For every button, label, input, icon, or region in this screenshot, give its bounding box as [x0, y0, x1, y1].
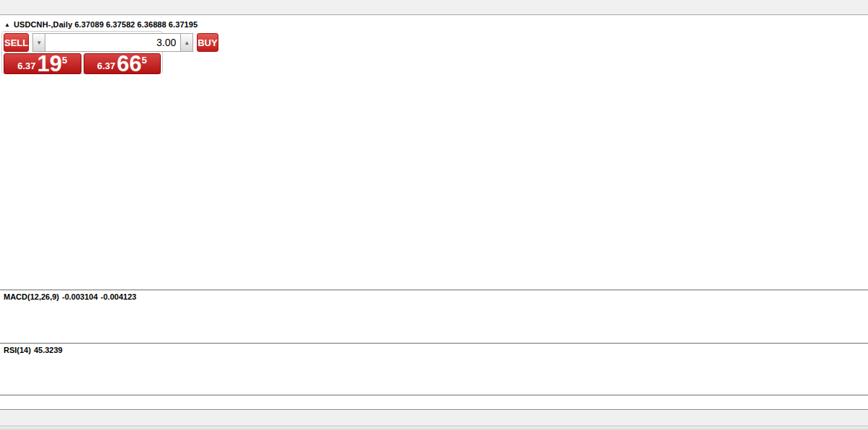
buy-price-prefix: 6.37	[97, 61, 115, 73]
spin-down-icon: ▼	[36, 40, 42, 46]
volume-increase-button[interactable]: ▲	[180, 33, 193, 52]
spin-up-icon: ▲	[184, 40, 190, 46]
chart-symbol-label: USDCNH-,Daily	[14, 20, 72, 29]
ohlc-high: 6.37582	[106, 20, 135, 29]
chart-tab-bar	[0, 409, 868, 426]
timeframe-toolbar	[0, 0, 868, 15]
ohlc-open: 6.37089	[74, 20, 103, 29]
collapse-panel-icon[interactable]: ▲	[4, 22, 10, 28]
macd-pane: MACD(12,26,9)-0.003104-0.004123	[0, 290, 868, 344]
buy-price-box[interactable]: 6.37 66 5	[84, 53, 161, 74]
buy-price-big: 66	[117, 55, 141, 73]
rsi-pane: RSI(14)45.3239	[0, 344, 868, 395]
volume-input[interactable]	[45, 33, 180, 52]
rsi-value: 45.3239	[34, 346, 63, 354]
sell-price-prefix: 6.37	[17, 61, 35, 73]
buy-button[interactable]: BUY	[197, 33, 218, 52]
chart-ohlc-title: ▲USDCNH-,Daily6.370896.375826.368886.371…	[4, 20, 200, 29]
macd-main-value: -0.003104	[62, 292, 98, 301]
ohlc-close: 6.37195	[169, 20, 198, 29]
sell-price-big: 19	[37, 55, 62, 73]
one-click-trading-panel: SELL ▼ ▲ BUY 6.37 19 5 6.37 66 5	[1, 31, 163, 74]
sell-price-sup: 5	[62, 55, 67, 66]
volume-decrease-button[interactable]: ▼	[32, 33, 45, 52]
ohlc-low: 6.36888	[137, 20, 166, 29]
sell-price-box[interactable]: 6.37 19 5	[4, 53, 81, 74]
rsi-label: RSI(14)45.3239	[4, 346, 66, 354]
status-strip	[0, 426, 868, 430]
date-axis[interactable]	[0, 395, 868, 408]
macd-label: MACD(12,26,9)-0.003104-0.004123	[4, 292, 139, 301]
chart-window: ▲USDCNH-,Daily6.370896.375826.368886.371…	[0, 15, 868, 409]
macd-signal-value: -0.004123	[101, 292, 137, 301]
buy-price-sup: 5	[142, 55, 147, 66]
sell-button[interactable]: SELL	[4, 33, 29, 52]
main-chart-pane: ▲USDCNH-,Daily6.370896.375826.368886.371…	[0, 15, 868, 290]
